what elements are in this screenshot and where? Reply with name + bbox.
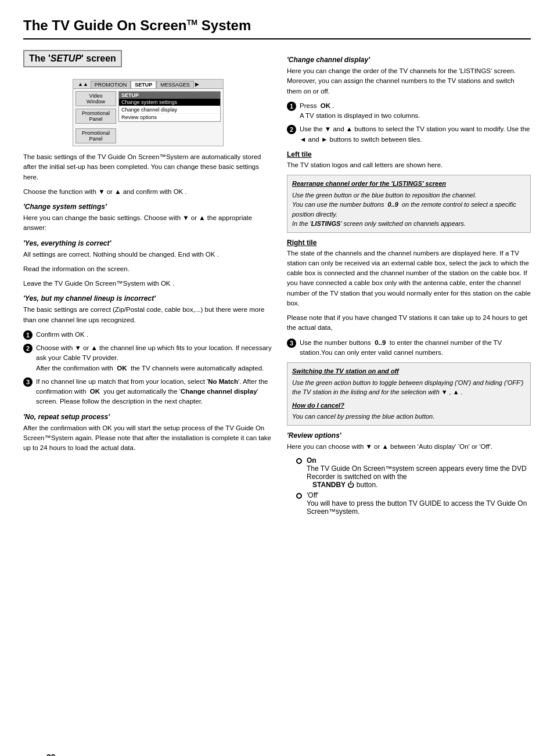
setup-body: VideoWindow PromotionalPanel Promotional… (73, 89, 223, 146)
rearrange-text2: You can use the number buttons 0..9 on t… (292, 200, 526, 219)
right-tile-title: Right tile (287, 239, 531, 247)
switching-text: Use the green action button to toggle be… (292, 378, 526, 397)
right-step-1-content: Press OK . A TV station is displayed in … (300, 101, 420, 121)
left-column: The 'SETUP' screen ▲▲ PROMOTION SETUP ME… (23, 50, 273, 518)
right-step-1: 1 Press OK . A TV station is displayed i… (287, 101, 531, 121)
yes-correct-title: 'Yes, everything is correct' (23, 239, 273, 247)
choose-text: Choose the function with ▼ or ▲ and conf… (23, 187, 273, 197)
title-text: The TV Guide On Screen (23, 17, 186, 33)
yes-correct-text2: Read the information on the screen. (23, 264, 273, 274)
right-step-3: 3 Use the number buttons 0..9 to enter t… (287, 338, 531, 358)
step-3-content: If no channel line up match that from yo… (36, 377, 273, 407)
menu-item-channel: Change channel display (119, 106, 220, 114)
step-1-left: 1 Confirm with OK . (23, 330, 273, 340)
cancel-text: You can cancel by pressing the blue acti… (292, 412, 526, 422)
right-step-2-content: Use the ▼ and ▲ buttons to select the TV… (300, 124, 531, 145)
radio-on-content: On The TV Guide On Screen™system screen … (307, 456, 531, 489)
change-system-title: 'Change system settings' (23, 203, 273, 211)
step-2-num: 2 (23, 344, 33, 353)
yes-incorrect-title: 'Yes, but my channel lineup is incorrect… (23, 294, 273, 303)
yes-incorrect-text: The basic settings are correct (Zip/Post… (23, 305, 273, 325)
tab-icon: ▲▲ (75, 81, 91, 88)
tab-setup: SETUP (131, 81, 156, 88)
step-1-content: Confirm with OK . (36, 330, 88, 340)
tab-promotion: PROMOTION (91, 81, 131, 88)
setup-tabs: ▲▲ PROMOTION SETUP MESSAGES ▶ (73, 80, 223, 89)
step-3-left: 3 If no channel line up match that from … (23, 377, 273, 407)
setup-screen-mockup: ▲▲ PROMOTION SETUP MESSAGES ▶ VideoWindo… (73, 79, 224, 146)
radio-off-content: 'Off' You will have to press the button … (307, 491, 531, 516)
step-2-content: Choose with ▼ or ▲ the channel line up w… (36, 343, 273, 373)
menu-item-review: Review options (119, 114, 220, 121)
step-1-num: 1 (23, 330, 33, 340)
no-repeat-title: 'No, repeat setup process' (23, 413, 273, 421)
setup-menu: SETUP Change system settings Change chan… (118, 91, 221, 122)
intro-text: The basic settings of the TV Guide On Sc… (23, 152, 273, 182)
review-title: 'Review options' (287, 431, 531, 440)
rearrange-title: Rearrange channel order for the 'LISTING… (292, 179, 526, 189)
yes-correct-text3: Leave the TV Guide On Screen™System with… (23, 279, 273, 289)
cancel-title: How do I cancel? (292, 401, 526, 411)
setup-side-panels: VideoWindow PromotionalPanel Promotional… (75, 91, 116, 143)
menu-item-system: Change system settings (119, 99, 220, 106)
change-channel-title: 'Change channel display' (287, 56, 531, 64)
right-column: 'Change channel display' Here you can ch… (287, 50, 531, 518)
radio-on: On The TV Guide On Screen™system screen … (296, 456, 531, 489)
setup-section-title: The 'SETUP' screen (23, 50, 122, 67)
change-system-text: Here you can change the basic settings. … (23, 213, 273, 233)
tab-messages: MESSAGES (156, 81, 194, 88)
yes-correct-text1: All settings are correct. Nothing should… (23, 250, 273, 260)
switching-title: Switching the TV station on and off (292, 366, 526, 376)
on-text: The TV Guide On Screen™system screen app… (307, 465, 527, 481)
review-text: Here you can choose with ▼ or ▲ between … (287, 442, 531, 452)
video-window-panel: VideoWindow (75, 91, 116, 106)
right-step-2-num: 2 (287, 125, 296, 134)
standby-icon: ⏻ (347, 481, 354, 489)
radio-off: 'Off' You will have to press the button … (296, 491, 531, 516)
radio-off-dot (296, 493, 302, 499)
switching-box: Switching the TV station on and off Use … (287, 362, 531, 426)
setup-menu-header: SETUP (119, 92, 220, 99)
rearrange-text3: In the 'LISTINGS' screen only switched o… (292, 219, 526, 229)
setup-menu-area: SETUP Change system settings Change chan… (118, 91, 221, 143)
change-channel-text: Here you can change the order of the TV … (287, 66, 531, 96)
step-3-num: 3 (23, 377, 33, 387)
right-step-3-content: Use the number buttons 0..9 to enter the… (300, 338, 531, 358)
left-tile-text: The TV station logos and call letters ar… (287, 160, 531, 170)
promotional-panel-2: PromotionalPanel (75, 128, 116, 143)
trademark: TM (186, 18, 197, 27)
right-step-1-num: 1 (287, 102, 296, 111)
note-text: Please note that if you have changed TV … (287, 313, 531, 333)
rearrange-text1: Use the green button or the blue button … (292, 190, 526, 200)
right-tile-text: The state of the channels and the channe… (287, 249, 531, 309)
left-tile-title: Left tile (287, 150, 531, 159)
radio-on-dot (296, 458, 302, 464)
title-suffix: System (197, 17, 251, 33)
rearrange-box: Rearrange channel order for the 'LISTING… (287, 175, 531, 233)
step-2-left: 2 Choose with ▼ or ▲ the channel line up… (23, 343, 273, 373)
right-step-2: 2 Use the ▼ and ▲ buttons to select the … (287, 124, 531, 145)
promotional-panel-1: PromotionalPanel (75, 109, 116, 124)
page-title: The TV Guide On ScreenTM System (23, 17, 531, 39)
right-step-3-num: 3 (287, 339, 296, 348)
no-repeat-text: After the confirmation with OK you will … (23, 423, 273, 453)
page-number: 29 (46, 753, 56, 756)
